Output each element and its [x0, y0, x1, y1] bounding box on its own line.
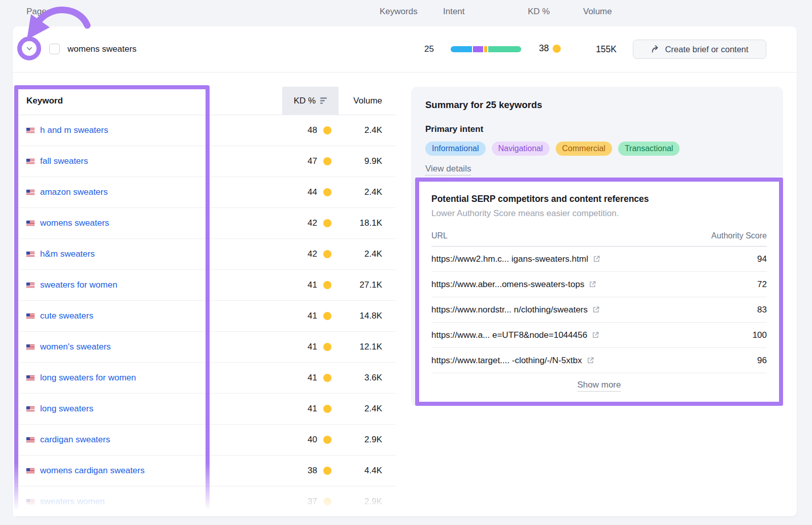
- keyword-cell: cute sweaters: [26, 311, 282, 321]
- kd-value: 41: [308, 311, 317, 321]
- competitor-url-link[interactable]: https://www.a... e=UTF8&node=1044456: [431, 330, 599, 340]
- keyword-link[interactable]: women's sweaters: [40, 342, 111, 352]
- table-row: sweaters women 37 2.9K: [15, 486, 396, 517]
- volume-value: 4.4K: [339, 466, 382, 476]
- keyword-column-header: Keyword: [26, 96, 282, 106]
- kd-value: 44: [308, 187, 317, 197]
- create-brief-button[interactable]: Create brief or content: [633, 40, 766, 59]
- table-row: h and m sweaters 48 2.4K: [15, 115, 396, 146]
- keyword-link[interactable]: womens cardigan sweaters: [40, 466, 145, 476]
- intent-badge: Commercial: [556, 142, 612, 156]
- volume-value: 14.8K: [339, 311, 382, 321]
- kd-summary: 38: [539, 43, 561, 54]
- keyword-link[interactable]: womens sweaters: [40, 218, 109, 228]
- app-viewport: Pages Keywords Intent KD % Volume womens…: [0, 0, 812, 525]
- volume-value: 2.4K: [339, 125, 382, 135]
- keyword-cell: women's sweaters: [26, 342, 282, 352]
- volume-value: 2.9K: [339, 497, 382, 507]
- us-flag-icon: [26, 128, 35, 133]
- keyword-cell: h and m sweaters: [26, 125, 282, 135]
- kd-difficulty-dot: [323, 374, 331, 382]
- kd-column-header-sorted[interactable]: KD %: [282, 87, 339, 115]
- authority-score-value: 83: [757, 305, 767, 315]
- keyword-cell: womens cardigan sweaters: [26, 466, 282, 476]
- us-flag-icon: [26, 499, 35, 505]
- serp-row: https://www.aber...omens-sweaters-tops 7…: [431, 272, 767, 297]
- serp-row: https://www.target.... -clothing/-/N-5xt…: [431, 348, 767, 373]
- kd-cell: 42: [282, 218, 339, 228]
- keyword-link[interactable]: long sweaters for women: [40, 373, 136, 383]
- kd-difficulty-dot: [323, 157, 331, 165]
- keyword-link[interactable]: h&m sweaters: [40, 249, 95, 259]
- authority-score-value: 94: [757, 254, 767, 264]
- kd-cell: 48: [282, 125, 339, 135]
- keyword-link[interactable]: cute sweaters: [40, 311, 93, 321]
- kd-difficulty-dot: [323, 219, 331, 227]
- keywords-count: 25: [393, 44, 434, 55]
- page-row-checkbox[interactable]: [49, 44, 60, 54]
- expanded-content: Keyword KD % Volume h and m sweaters: [13, 73, 797, 516]
- keyword-link[interactable]: h and m sweaters: [40, 125, 108, 135]
- kd-difficulty-dot: [323, 281, 331, 289]
- serp-row: https://www2.hm.c... igans-sweaters.html…: [431, 247, 767, 272]
- kd-value: 41: [308, 373, 317, 383]
- competitor-url-link[interactable]: https://www2.hm.c... igans-sweaters.html: [431, 254, 600, 264]
- kd-value: 37: [308, 497, 317, 507]
- table-row: cardigan sweaters 40 2.9K: [15, 425, 396, 456]
- column-label-kd: KD %: [528, 7, 550, 17]
- external-link-icon: [592, 331, 599, 339]
- competitor-url: https://www.target.... -clothing/-/N-5xt…: [431, 356, 582, 366]
- keyword-link[interactable]: long sweaters: [40, 404, 93, 414]
- keyword-link[interactable]: cardigan sweaters: [40, 435, 110, 445]
- volume-value: 18.1K: [339, 218, 382, 228]
- intent-segment: [473, 46, 483, 52]
- kd-cell: 47: [282, 156, 339, 166]
- external-link-icon: [587, 357, 594, 364]
- serp-panel-subtitle: Lower Authority Score means easier compe…: [431, 208, 767, 219]
- intent-segment: [484, 46, 488, 52]
- serp-row: https://www.a... e=UTF8&node=1044456 100: [431, 323, 767, 348]
- kd-cell: 41: [282, 373, 339, 383]
- view-details-link[interactable]: View details: [425, 164, 471, 176]
- serp-row: https://www.nordstr... n/clothing/sweate…: [431, 297, 767, 323]
- volume-value: 9.9K: [339, 156, 382, 166]
- kd-value: 38: [539, 43, 549, 54]
- competitor-url-link[interactable]: https://www.target.... -clothing/-/N-5xt…: [431, 356, 594, 366]
- keyword-link[interactable]: amazon sweaters: [40, 187, 108, 197]
- page-row: womens sweaters 25 38 155K: [13, 26, 797, 73]
- external-link-icon: [593, 255, 600, 263]
- keyword-link[interactable]: sweaters for women: [40, 280, 117, 290]
- url-column-header: URL: [431, 231, 448, 240]
- chevron-down-icon: [25, 45, 33, 53]
- keyword-cell: long sweaters: [26, 404, 282, 414]
- kd-difficulty-dot: [323, 312, 331, 320]
- show-more-link[interactable]: Show more: [578, 380, 621, 392]
- forward-arrow-icon: [651, 45, 660, 54]
- external-link-icon: [592, 306, 600, 313]
- collapse-chevron-button[interactable]: [22, 42, 37, 56]
- column-label-intent: Intent: [443, 7, 465, 17]
- authority-score-value: 96: [757, 356, 767, 366]
- primary-intent-label: Primary intent: [425, 124, 769, 134]
- volume-value: 3.6K: [339, 373, 382, 383]
- keyword-cell: amazon sweaters: [26, 187, 282, 197]
- keyword-link[interactable]: fall sweaters: [40, 156, 88, 166]
- kd-difficulty-dot: [323, 188, 331, 196]
- keyword-table-header: Keyword KD % Volume: [15, 87, 396, 115]
- competitor-url-link[interactable]: https://www.nordstr... n/clothing/sweate…: [431, 305, 600, 315]
- us-flag-icon: [26, 344, 35, 350]
- column-label-keywords: Keywords: [380, 7, 418, 17]
- us-flag-icon: [26, 406, 35, 412]
- table-row: womens cardigan sweaters 38 4.4K: [15, 456, 396, 486]
- column-label-volume: Volume: [583, 7, 612, 17]
- table-row: fall sweaters 47 9.9K: [15, 146, 396, 177]
- summary-panel: Summary for 25 keywords Primary intent I…: [411, 87, 783, 406]
- kd-difficulty-dot: [323, 343, 331, 351]
- volume-column-header[interactable]: Volume: [339, 96, 382, 106]
- keyword-link[interactable]: sweaters women: [40, 497, 105, 507]
- competitor-url-link[interactable]: https://www.aber...omens-sweaters-tops: [431, 279, 596, 290]
- authority-score-value: 100: [753, 330, 767, 340]
- intent-segment: [451, 46, 472, 52]
- kd-cell: 41: [282, 311, 339, 321]
- authority-score-value: 72: [757, 279, 767, 290]
